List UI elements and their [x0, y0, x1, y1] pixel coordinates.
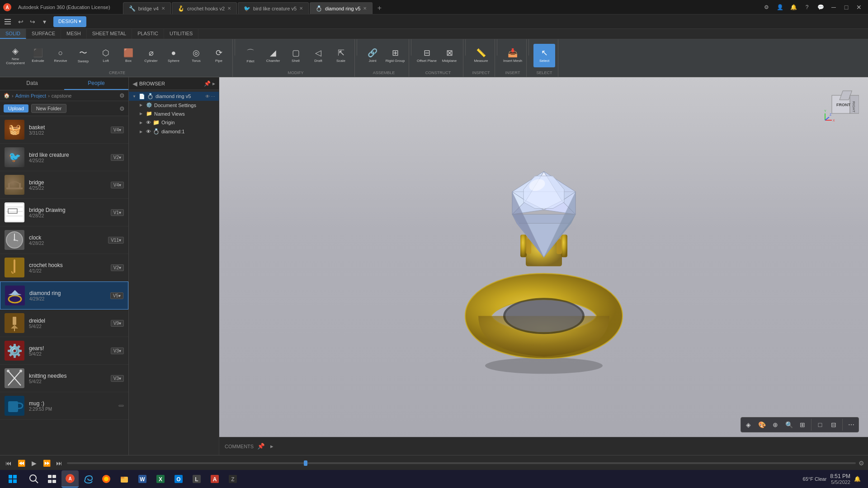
windows-start-button[interactable]: [4, 470, 22, 488]
community-icon[interactable]: 💬: [815, 1, 826, 13]
list-item[interactable]: knitting needles 5/4/22 V3▾: [0, 365, 128, 392]
tab-bird[interactable]: 🐦 bird like creature v5 ✕: [238, 2, 309, 14]
offset-plane-button[interactable]: ⊟Offset Plane: [416, 44, 438, 67]
comments-expand-button[interactable]: ▸: [270, 443, 274, 450]
more-view-button[interactable]: ⋯: [845, 419, 857, 431]
timeline-marker[interactable]: [304, 460, 307, 466]
tab-close-bird[interactable]: ✕: [299, 6, 303, 11]
measure-button[interactable]: 📏Measure: [470, 44, 492, 67]
orbit-button[interactable]: ⊕: [769, 419, 781, 431]
scale-button[interactable]: ⇱Scale: [330, 44, 352, 67]
minimize-button[interactable]: ─: [828, 2, 839, 13]
list-item[interactable]: bridge Drawing 4/28/22 V1▾: [0, 199, 128, 226]
tree-action-visibility[interactable]: 👁: [205, 94, 210, 99]
fillet-button[interactable]: ⌒Fillet: [240, 44, 261, 67]
tab-data[interactable]: Data: [0, 77, 64, 90]
tree-action-more[interactable]: ⋯: [211, 94, 215, 99]
list-item[interactable]: crochet hooks 4/1/22 V2▾: [0, 254, 128, 282]
taskbar-explorer[interactable]: [116, 470, 133, 488]
tree-item-named-views[interactable]: ▶ 📁 Named Views: [129, 109, 219, 118]
project-version[interactable]: V2▾: [111, 264, 124, 271]
notification-icon[interactable]: 🔔: [788, 1, 799, 13]
taskbar-task-view[interactable]: [43, 470, 61, 488]
taskbar-search[interactable]: [25, 470, 42, 488]
list-item[interactable]: bridge 4/25/22 V4▾: [0, 171, 128, 199]
project-version[interactable]: V2▾: [111, 154, 124, 161]
cylinder-button[interactable]: ⌀ Cylinder: [140, 44, 162, 67]
tab-utilities[interactable]: UTILITIES: [164, 29, 198, 39]
view-options-button[interactable]: ◈: [742, 419, 754, 431]
tree-item-doc-settings[interactable]: ▶ ⚙️ Document Settings: [129, 101, 219, 109]
box-button[interactable]: 🟫 Box: [118, 44, 139, 67]
viewport[interactable]: FRONT RIGHT X Y Z: [219, 77, 868, 455]
redo-button[interactable]: ↪: [27, 16, 38, 27]
timeline-end-button[interactable]: ⏭: [54, 458, 64, 468]
project-version[interactable]: V3▾: [111, 375, 124, 382]
shell-button[interactable]: ▢Shell: [285, 44, 307, 67]
tab-sheet-metal[interactable]: SHEET METAL: [87, 29, 132, 39]
insert-mesh-button[interactable]: 📥Insert Mesh: [502, 44, 524, 67]
tree-item-diamond[interactable]: ▶ 👁 💍 diamond:1: [129, 127, 219, 136]
taskbar-app2[interactable]: A: [206, 470, 223, 488]
tab-plastic[interactable]: PLASTIC: [132, 29, 164, 39]
app-menu[interactable]: [4, 18, 12, 26]
rigid-group-button[interactable]: ⊞Rigid Group: [384, 44, 406, 67]
undo-button[interactable]: ↩: [15, 16, 26, 27]
nav-cube[interactable]: FRONT RIGHT X Y Z: [823, 86, 859, 122]
tab-mesh[interactable]: MESH: [61, 29, 87, 39]
project-version[interactable]: V5▾: [110, 292, 123, 299]
fit-button[interactable]: ⊞: [797, 419, 808, 431]
taskbar-outlook[interactable]: O: [170, 470, 187, 488]
add-tab-button[interactable]: +: [373, 2, 385, 14]
project-version[interactable]: V11▾: [108, 237, 124, 244]
tab-close-bridge[interactable]: ✕: [161, 6, 165, 11]
tab-close-diamond[interactable]: ✕: [363, 6, 367, 11]
maximize-button[interactable]: □: [841, 2, 852, 13]
sort-options-button[interactable]: ⚙: [119, 105, 125, 112]
list-item[interactable]: mug :) 2:29:53 PM: [0, 392, 128, 420]
more-actions-button[interactable]: ▾: [39, 16, 50, 27]
browser-collapse-button[interactable]: ◀: [132, 80, 137, 87]
taskbar-app3[interactable]: Z: [224, 470, 241, 488]
sidebar-settings-button[interactable]: ⚙: [119, 92, 125, 99]
taskbar-app1[interactable]: L: [188, 470, 205, 488]
project-version[interactable]: V1▾: [111, 209, 124, 216]
notification-center-button[interactable]: 🔔: [854, 476, 861, 482]
browser-pin-button[interactable]: 📌: [204, 80, 211, 87]
zoom-button[interactable]: 🔍: [783, 419, 795, 431]
new-component-button[interactable]: ◈ New Component: [5, 44, 26, 67]
list-item[interactable]: 🐦 bird like creature 4/25/22 V2▾: [0, 144, 128, 171]
help-icon[interactable]: ?: [801, 1, 813, 13]
taskbar-word[interactable]: W: [134, 470, 151, 488]
chamfer-button[interactable]: ◢Chamfer: [262, 44, 284, 67]
list-item[interactable]: diamond ring 4/29/22 V5▾: [0, 282, 128, 310]
breadcrumb-admin[interactable]: Admin Project: [15, 93, 46, 99]
close-button[interactable]: ✕: [854, 2, 864, 13]
account-icon[interactable]: 👤: [774, 1, 786, 13]
timeline-settings-button[interactable]: ⚙: [859, 460, 864, 467]
midplane-button[interactable]: ⊠Midplane: [439, 44, 460, 67]
extrude-button[interactable]: ⬛ Extrude: [27, 44, 49, 67]
list-item[interactable]: ⚙️ gears! 5/4/22 V3▾: [0, 337, 128, 365]
tab-surface[interactable]: SURFACE: [26, 29, 61, 39]
tab-bridge[interactable]: 🔧 bridge v4 ✕: [123, 2, 171, 14]
list-item[interactable]: clock 4/28/22 V11▾: [0, 226, 128, 254]
settings-icon[interactable]: ⚙: [760, 1, 772, 13]
pipe-button[interactable]: ⟳ Pipe: [208, 44, 230, 67]
new-folder-button[interactable]: New Folder: [31, 104, 66, 113]
project-version[interactable]: V9▾: [111, 320, 124, 327]
revolve-button[interactable]: ○ Revolve: [50, 44, 71, 67]
comments-settings-button[interactable]: 📌: [257, 443, 265, 450]
render-mode-button[interactable]: □: [814, 419, 826, 431]
tab-solid[interactable]: SOLID: [0, 29, 26, 39]
timeline-next-button[interactable]: ⏩: [42, 458, 52, 468]
taskbar-fusion360[interactable]: A: [61, 470, 79, 488]
project-version[interactable]: V4▾: [111, 182, 124, 188]
design-mode-button[interactable]: DESIGN ▾: [53, 16, 86, 27]
tree-item-origin[interactable]: ▶ 👁 📁 Origin: [129, 118, 219, 127]
sweep-button[interactable]: 〜 Sweep: [72, 44, 94, 67]
tab-diamond[interactable]: 💍 diamond ring v5 ✕: [310, 2, 373, 14]
list-item[interactable]: 🧺 basket 3/31/22 V4▾: [0, 116, 128, 144]
tab-close-crochet[interactable]: ✕: [227, 6, 231, 11]
taskbar-firefox[interactable]: [98, 470, 115, 488]
